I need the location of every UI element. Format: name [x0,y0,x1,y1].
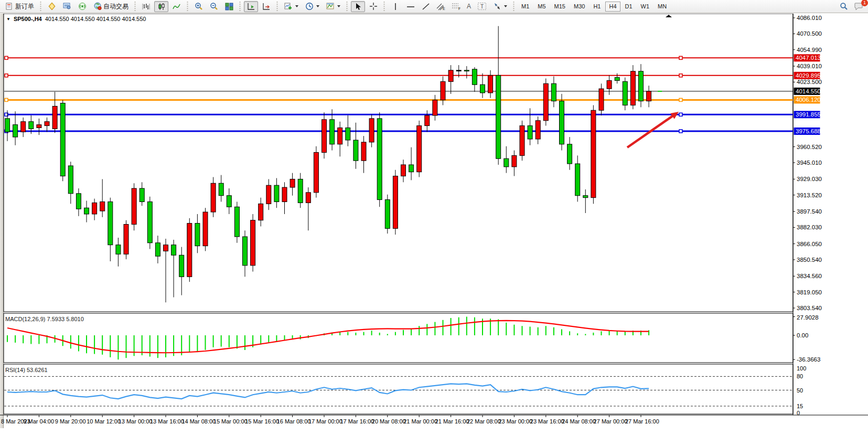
horizontal-line-icon [406,2,415,11]
candle-body [124,225,128,254]
add-indicator-button[interactable] [281,1,301,12]
candle-body [259,204,263,220]
candle-body [76,194,81,209]
candle-body [385,200,390,229]
timeframe-button-MN[interactable]: MN [654,2,670,12]
toolbar-grip [512,2,516,11]
candle-body [5,119,10,132]
candle-body [560,101,564,144]
main-toolbar: 新订单 自动交易 [0,0,868,13]
price-axis-label: 4070.500 [797,30,822,37]
candle-body [425,115,430,126]
candle-body [361,142,366,161]
chart-title-bar[interactable]: ▼ SP500-,H4 4014.550 4014.550 4014.550 4… [6,16,146,22]
candle-body [496,76,501,159]
tile-windows-button[interactable] [222,1,236,12]
collapse-triangle-icon[interactable]: ▼ [6,17,10,22]
text-label-tool-button[interactable]: T [475,1,489,12]
auto-trading-label: 自动交易 [103,2,128,11]
time-axis-label: 27 Mar 16:00 [625,418,659,425]
resistance-line-4047-handle[interactable] [5,56,8,59]
bar-chart-mode-button[interactable] [139,1,153,12]
toolbar-grip [345,2,349,11]
timeframe-button-M5[interactable]: M5 [534,2,549,12]
symbol-period-label: SP500-,H4 [14,16,42,22]
price-chart-canvas[interactable]: 4086.0104070.5004054.9904039.0104023.500… [0,14,868,435]
trendline-icon [421,2,430,11]
price-badge-label: 3991.855 [796,111,821,118]
candle-body [266,185,271,204]
new-chart-icon [47,2,56,11]
line-chart-mode-button[interactable] [169,1,184,12]
time-axis-label: 13 Mar 16:00 [150,418,184,425]
equidistant-channel-icon: E [436,2,445,11]
timeframe-button-M15[interactable]: M15 [551,2,569,12]
vertical-line-tool-button[interactable] [388,1,402,12]
templates-button[interactable] [323,1,343,12]
time-axis-label: 20 Mar 08:00 [372,418,406,425]
auto-trading-button[interactable]: 自动交易 [90,1,131,12]
candle-body [520,126,524,156]
dropdown-caret [504,5,507,7]
resistance-line-4029-handle[interactable] [679,74,682,77]
auto-scroll-button[interactable] [244,1,258,12]
arrows-tool-button[interactable] [490,1,510,12]
candle-body [92,203,97,214]
horizontal-line-tool-button[interactable] [403,1,417,12]
rsi-axis-label: 15 [797,403,803,409]
timeframe-button-H4[interactable]: H4 [605,2,620,12]
fibonacci-tool-button[interactable]: F [449,1,463,12]
candle-body [306,193,310,203]
timeframe-button-M1[interactable]: M1 [518,2,533,12]
equidistant-channel-tool-button[interactable]: E [434,1,448,12]
periods-button[interactable] [302,1,322,12]
market-watch-button[interactable] [60,1,74,12]
resistance-line-4047-handle[interactable] [679,56,682,59]
candle-body [528,126,532,139]
new-chart-button[interactable] [45,1,59,12]
market-watch-icon [62,2,71,11]
candle-body [543,83,548,120]
price-axis-label: 3819.050 [797,289,822,295]
candlestick-mode-button[interactable] [154,1,168,12]
cursor-tool-button[interactable] [351,1,365,12]
crosshair-tool-button[interactable] [366,1,380,12]
price-axis-label: 3897.540 [797,208,822,215]
candle-body [591,110,596,197]
timeframe-button-M30[interactable]: M30 [570,2,588,12]
auto-trading-globe-icon [93,2,102,11]
new-order-button[interactable]: 新订单 [2,1,37,12]
candle-body [464,70,469,71]
chat-notifications-button[interactable]: 1 [852,1,866,12]
pivot-line-4006-handle[interactable] [679,98,682,101]
resistance-line-4029-handle[interactable] [5,74,8,77]
chart-shift-button[interactable] [259,1,273,12]
candle-body [29,122,34,129]
timeframe-button-H1[interactable]: H1 [590,2,604,12]
zoom-in-button[interactable] [191,1,206,12]
timeframe-button-W1[interactable]: W1 [637,2,653,12]
candle-body [179,255,184,277]
search-button[interactable] [837,1,851,12]
candle-body [488,76,493,93]
time-axis-label: 21 Mar 16:00 [435,418,469,425]
zoom-out-button[interactable] [207,1,221,12]
trendline-tool-button[interactable] [419,1,433,12]
price-axis-label: 3882.030 [797,224,822,230]
candle-body [417,126,422,172]
candle-body [298,179,303,203]
toolbar-grip [133,2,137,11]
candle-body [37,125,41,128]
text-tool-button[interactable]: A [464,1,474,12]
bar-chart-icon [142,2,151,11]
support-line-3991-handle[interactable] [679,113,682,116]
price-axis-label: 3913.520 [797,192,822,198]
price-axis-label: 3850.540 [797,257,822,263]
candle-body [227,196,231,207]
signal-button[interactable] [75,1,89,12]
pivot-line-4006-handle[interactable] [5,98,8,101]
time-axis-label: 13 Mar 00:00 [119,418,153,425]
support-line-3975-handle[interactable] [679,130,682,133]
timeframe-button-D1[interactable]: D1 [621,2,636,12]
candle-body [45,122,49,126]
